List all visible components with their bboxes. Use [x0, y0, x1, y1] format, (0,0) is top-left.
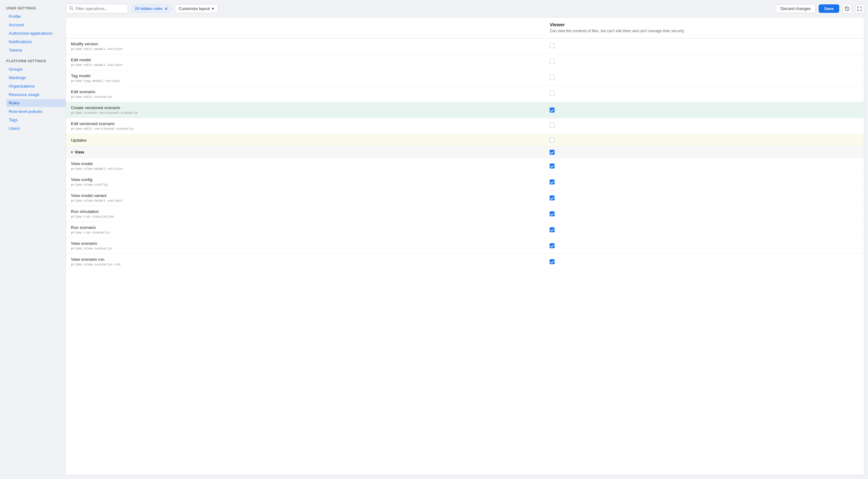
table-row: ▾View	[66, 146, 864, 158]
table-row: Edit versioned scenarioprime:edit-versio…	[66, 118, 864, 134]
permission-checkbox[interactable]	[550, 75, 555, 80]
sidebar-item-users[interactable]: Users	[6, 124, 66, 132]
sidebar-item-notifications[interactable]: Notifications	[6, 38, 66, 46]
search-input[interactable]	[75, 6, 125, 11]
sidebar-item-tokens[interactable]: Tokens	[6, 46, 66, 54]
checkbox-cell[interactable]	[545, 146, 864, 158]
op-name: Edit model	[71, 58, 539, 62]
op-code: prime:view-model-version	[71, 167, 539, 171]
op-name: Run simulation	[71, 209, 539, 214]
permission-checkbox[interactable]	[550, 196, 555, 201]
operation-cell: View configprime:view-config	[66, 174, 545, 190]
op-code: prime:run-simulation	[71, 214, 539, 218]
permission-checkbox[interactable]	[550, 150, 555, 155]
section-chevron-icon[interactable]: ▾	[71, 150, 73, 154]
operation-cell: Modify versionprime:edit-model-version	[66, 38, 545, 54]
sidebar-item-profile[interactable]: Profile	[6, 12, 66, 20]
operation-cell: Run simulationprime:run-simulation	[66, 206, 545, 222]
customize-layout-label: Customize layout	[179, 6, 210, 11]
op-code: prime:view-scenario-run	[71, 262, 539, 266]
operation-cell: Edit modelprime:edit-model-variant	[66, 54, 545, 70]
checkbox-cell[interactable]	[545, 102, 864, 118]
permission-checkbox[interactable]	[550, 59, 555, 64]
save-button[interactable]: Save	[818, 4, 839, 13]
checkbox-cell[interactable]	[545, 253, 864, 270]
table-row: Tag modelprime:tag-model-variant	[66, 70, 864, 86]
checkbox-cell[interactable]	[545, 118, 864, 134]
checkbox-cell[interactable]	[545, 206, 864, 222]
section-label: View	[75, 150, 84, 154]
sidebar: USER SETTINGS ProfileAccountAuthorized a…	[0, 0, 66, 479]
checkbox-cell[interactable]	[545, 134, 864, 146]
operations-column-header	[66, 18, 545, 38]
sidebar-item-authorized-applications[interactable]: Authorized applications	[6, 29, 66, 37]
permission-checkbox[interactable]	[550, 91, 555, 96]
search-box[interactable]	[66, 4, 128, 13]
search-icon	[69, 6, 73, 11]
checkbox-cell[interactable]	[545, 38, 864, 54]
permission-checkbox[interactable]	[550, 43, 555, 48]
svg-line-1	[72, 9, 73, 10]
hidden-roles-badge[interactable]: 26 hidden roles ✕	[131, 5, 172, 12]
permission-checkbox[interactable]	[550, 243, 555, 248]
sidebar-item-row-level-policies[interactable]: Row-level policies	[6, 108, 66, 115]
op-name: View model variant	[71, 193, 539, 198]
operation-cell: Tag modelprime:tag-model-variant	[66, 70, 545, 86]
fullscreen-button[interactable]	[855, 4, 864, 13]
viewer-column-header: Viewer Can view the contents of files, b…	[545, 18, 864, 38]
checkbox-cell[interactable]	[545, 158, 864, 174]
permission-checkbox[interactable]	[550, 137, 555, 142]
history-button[interactable]	[842, 4, 852, 13]
table-row: View scenario runprime:view-scenario-run	[66, 253, 864, 270]
operation-cell: Create versioned scenarioprime:create-ve…	[66, 102, 545, 118]
permission-checkbox[interactable]	[550, 179, 555, 184]
op-name: Edit scenario	[71, 89, 539, 94]
table-row: View scenarioprime:view-scenario	[66, 238, 864, 253]
checkbox-cell[interactable]	[545, 174, 864, 190]
table-row: Create versioned scenarioprime:create-ve…	[66, 102, 864, 118]
operation-cell: View modelprime:view-model-version	[66, 158, 545, 174]
op-code: prime:view-model-variant	[71, 199, 539, 203]
op-code: prime:create-versioned-scenario	[71, 111, 539, 115]
hidden-roles-close-icon[interactable]: ✕	[164, 6, 168, 11]
discard-changes-button[interactable]: Discard changes	[776, 4, 815, 13]
chevron-down-icon: ▾	[212, 6, 214, 11]
op-name: View scenario run	[71, 257, 539, 262]
permission-checkbox[interactable]	[550, 211, 555, 216]
viewer-title: Viewer	[550, 22, 859, 27]
operation-cell: View scenarioprime:view-scenario	[66, 238, 545, 253]
op-code: prime:view-scenario	[71, 246, 539, 250]
permission-checkbox[interactable]	[550, 163, 555, 169]
customize-layout-button[interactable]: Customize layout ▾	[175, 4, 218, 13]
sidebar-item-markings[interactable]: Markings	[6, 74, 66, 82]
checkbox-cell[interactable]	[545, 54, 864, 70]
sidebar-item-account[interactable]: Account	[6, 21, 66, 29]
checkbox-cell[interactable]	[545, 70, 864, 86]
sidebar-item-resource-usage[interactable]: Resource usage	[6, 91, 66, 98]
checkbox-cell[interactable]	[545, 190, 864, 206]
checkbox-cell[interactable]	[545, 86, 864, 102]
permission-checkbox[interactable]	[550, 259, 555, 264]
checkbox-cell[interactable]	[545, 222, 864, 238]
roles-table-container: Viewer Can view the contents of files, b…	[66, 17, 864, 475]
sidebar-item-organizations[interactable]: Organizations	[6, 82, 66, 90]
sidebar-item-tags[interactable]: Tags	[6, 116, 66, 124]
main-content: 26 hidden roles ✕ Customize layout ▾ Dis…	[66, 0, 868, 479]
table-row: View configprime:view-config	[66, 174, 864, 190]
sidebar-item-groups[interactable]: Groups	[6, 65, 66, 73]
op-code: prime:edit-model-version	[71, 47, 539, 51]
op-code: prime:edit-versioned-scenario	[71, 127, 539, 131]
permission-checkbox[interactable]	[550, 123, 555, 128]
op-code: prime:edit-scenario	[71, 95, 539, 99]
sidebar-item-roles[interactable]: Roles	[6, 99, 66, 107]
permission-checkbox[interactable]	[550, 227, 555, 232]
op-code: prime:tag-model-variant	[71, 79, 539, 83]
op-name: Tag model	[71, 73, 539, 78]
roles-table: Viewer Can view the contents of files, b…	[66, 18, 864, 270]
table-row: Run scenarioprime:run-scenario	[66, 222, 864, 238]
checkbox-cell[interactable]	[545, 238, 864, 253]
table-row: View model variantprime:view-model-varia…	[66, 190, 864, 206]
op-code: prime:run-scenario	[71, 231, 539, 235]
permission-checkbox[interactable]	[550, 108, 555, 113]
user-settings-label: USER SETTINGS	[6, 6, 66, 10]
